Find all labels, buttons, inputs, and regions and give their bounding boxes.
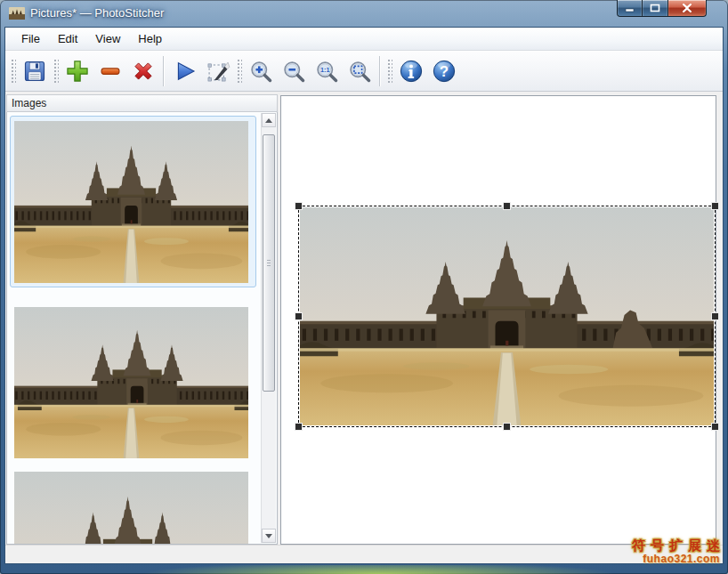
delete-icon [131, 59, 156, 84]
toolbar-grip[interactable] [53, 58, 59, 85]
scrollbar-thumb[interactable] [263, 134, 275, 392]
panorama-selection[interactable] [298, 206, 716, 427]
toolbar: 1:1 ? [5, 51, 723, 92]
crop-icon [206, 59, 231, 84]
arrow-up-icon [265, 118, 272, 123]
scroll-down-button[interactable] [262, 529, 276, 543]
zoom-fit-button[interactable] [343, 54, 376, 88]
toolbar-grip[interactable] [236, 58, 242, 85]
window-controls [617, 0, 707, 17]
toolbar-separator [379, 56, 381, 86]
zoom-in-button[interactable] [244, 54, 277, 88]
thumbnail-2-photo [14, 307, 248, 458]
toolbar-grip[interactable] [386, 58, 392, 85]
arrow-down-icon [265, 534, 272, 538]
app-icon [9, 7, 25, 20]
images-panel-title: Images [6, 94, 278, 112]
crop-button[interactable] [201, 54, 234, 88]
thumbnail-1-photo [14, 121, 248, 283]
add-icon [65, 59, 90, 84]
menu-bar: File Edit View Help [5, 28, 723, 51]
save-button[interactable] [18, 54, 51, 88]
thumbnail-2[interactable] [10, 302, 256, 463]
close-button[interactable] [667, 0, 707, 17]
window-title: Pictures* — PhotoStitcher [30, 0, 164, 27]
selection-handle-mid-right[interactable] [712, 313, 718, 319]
zoom-actual-button[interactable]: 1:1 [310, 54, 343, 88]
selection-handle-top-right[interactable] [712, 203, 718, 209]
minimize-icon [625, 4, 635, 12]
zoom-actual-icon: 1:1 [314, 59, 339, 84]
status-bar [5, 545, 723, 563]
client-area: File Edit View Help [4, 27, 724, 564]
images-panel: Images [6, 94, 278, 545]
selection-handle-bottom-center[interactable] [504, 424, 510, 430]
help-icon: ? [432, 59, 457, 84]
thumbnail-1[interactable] [10, 116, 256, 287]
stitch-canvas[interactable] [280, 95, 716, 545]
close-icon [682, 4, 692, 12]
run-stitch-button[interactable] [168, 54, 201, 88]
info-icon [399, 59, 424, 84]
selection-handle-top-center[interactable] [504, 203, 510, 209]
svg-text:1:1: 1:1 [320, 66, 329, 74]
thumbnail-scrollbar[interactable] [261, 113, 276, 543]
info-button[interactable] [394, 54, 427, 88]
save-icon [22, 59, 47, 84]
menu-view[interactable]: View [86, 28, 129, 50]
toolbar-grip[interactable] [10, 58, 16, 85]
menu-file[interactable]: File [12, 28, 49, 50]
minimize-button[interactable] [617, 0, 643, 17]
svg-text:?: ? [439, 63, 448, 80]
selection-handle-bottom-right[interactable] [712, 424, 718, 430]
thumbnail-list [6, 112, 278, 545]
stitched-panorama-image [300, 207, 714, 425]
delete-all-button[interactable] [126, 54, 159, 88]
toolbar-separator [163, 56, 165, 86]
maximize-button[interactable] [643, 0, 667, 17]
remove-icon [98, 59, 123, 84]
thumbnail-3[interactable] [10, 466, 256, 545]
maximize-icon [650, 4, 660, 12]
play-icon [173, 59, 198, 84]
selection-handle-mid-left[interactable] [295, 313, 302, 319]
add-images-button[interactable] [61, 54, 93, 88]
scroll-up-button[interactable] [262, 113, 276, 127]
selection-handle-bottom-left[interactable] [295, 424, 302, 430]
zoom-out-icon [281, 59, 306, 84]
menu-help[interactable]: Help [129, 28, 171, 50]
zoom-out-button[interactable] [277, 54, 310, 88]
selection-handle-top-left[interactable] [295, 203, 302, 209]
menu-edit[interactable]: Edit [49, 28, 86, 50]
zoom-fit-icon [347, 59, 372, 84]
app-window: Pictures* — PhotoStitcher File Edit View… [0, 0, 728, 574]
remove-image-button[interactable] [93, 54, 126, 88]
help-button[interactable]: ? [427, 54, 460, 88]
title-bar[interactable]: Pictures* — PhotoStitcher [0, 0, 728, 27]
thumbnail-3-photo [14, 472, 248, 545]
zoom-in-icon [248, 59, 273, 84]
